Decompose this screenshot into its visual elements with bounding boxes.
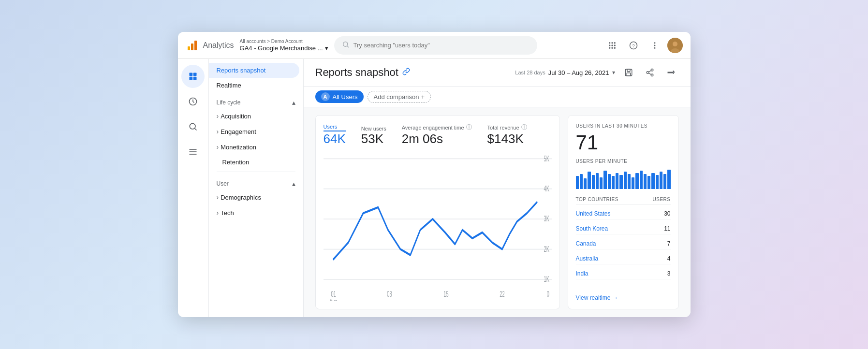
line-chart: 5K 4K 3K 2K 1K 0 01 Aug 08 15 22 (324, 150, 552, 301)
svg-point-16 (654, 42, 655, 44)
acquisition-expand-icon: › (217, 112, 219, 120)
mini-bar-item (635, 173, 638, 189)
sidebar-item-acquisition[interactable]: › Acquisition (209, 108, 303, 124)
sidebar: Reports snapshot Realtime Life cycle ▴ ›… (209, 59, 304, 317)
users-per-minute-label: USERS PER MINUTE (576, 159, 671, 164)
svg-rect-0 (188, 46, 190, 50)
mini-bar-item (619, 175, 622, 189)
svg-text:3K: 3K (544, 215, 549, 223)
logo-area: Analytics (186, 39, 234, 52)
analytics-logo (186, 39, 199, 52)
sidebar-item-engagement[interactable]: › Engagement (209, 124, 303, 139)
mini-bar-chart (576, 170, 671, 189)
all-users-chip[interactable]: A All Users (315, 90, 364, 103)
sidebar-item-monetization[interactable]: › Monetization (209, 139, 303, 155)
top-bar-actions: ? (603, 37, 683, 54)
sidebar-item-tech[interactable]: › Tech (209, 205, 303, 220)
chevron-down-icon: ▾ (325, 44, 328, 52)
main-layout: Reports snapshot Realtime Life cycle ▴ ›… (178, 59, 691, 317)
engagement-info-icon[interactable]: ⓘ (466, 123, 472, 131)
tech-expand-icon: › (217, 209, 219, 217)
sidebar-section-lifecycle[interactable]: Life cycle ▴ (209, 93, 303, 108)
svg-rect-33 (627, 69, 630, 72)
svg-point-18 (654, 47, 655, 48)
metric-users: Users 64K (324, 124, 346, 146)
svg-rect-11 (609, 47, 610, 48)
country-south-korea[interactable]: South Korea (576, 225, 608, 232)
metric-new-users-label: New users (361, 126, 386, 131)
account-selector[interactable]: All accounts > Demo Account GA4 - Google… (240, 39, 328, 52)
sidebar-item-retention[interactable]: Retention (209, 155, 299, 170)
country-row: South Korea 11 (576, 223, 671, 234)
svg-rect-34 (627, 73, 631, 76)
mini-bar-item (596, 173, 599, 189)
svg-point-36 (647, 72, 649, 74)
country-south-korea-users: 11 (664, 225, 670, 232)
mini-bar-item (660, 172, 662, 189)
svg-rect-23 (193, 73, 197, 76)
monetization-expand-icon: › (217, 143, 219, 151)
svg-rect-5 (609, 42, 610, 44)
svg-point-20 (673, 42, 677, 46)
metric-new-users-value: 53K (361, 131, 386, 146)
share-button[interactable] (642, 65, 658, 80)
all-users-label: All Users (333, 93, 358, 101)
revenue-info-icon[interactable]: ⓘ (521, 123, 527, 131)
nav-search2-button[interactable] (181, 115, 205, 138)
svg-rect-9 (611, 44, 613, 46)
chart-card: Users 64K New users 53K Average engageme… (315, 115, 560, 309)
account-name: GA4 - Google Merchandise ... ▾ (240, 44, 328, 52)
link-icon[interactable] (402, 68, 410, 77)
nav-realtime-button[interactable] (181, 90, 205, 113)
realtime-user-count: 71 (576, 132, 671, 153)
svg-rect-6 (611, 42, 613, 44)
svg-line-39 (648, 71, 651, 72)
sidebar-item-realtime[interactable]: Realtime (209, 78, 299, 93)
country-australia[interactable]: Australia (576, 255, 599, 262)
main-content: Reports snapshot Last 28 days Jul 30 – A… (304, 59, 691, 317)
search-icon (342, 41, 350, 50)
more-options-button[interactable] (646, 37, 663, 54)
add-comparison-button[interactable]: Add comparison + (368, 91, 431, 103)
mini-bar-item (612, 176, 615, 189)
svg-text:15: 15 (443, 290, 448, 299)
country-united-states[interactable]: United States (576, 210, 611, 217)
svg-text:22: 22 (500, 290, 504, 299)
mini-bar-item (588, 172, 590, 189)
header-actions: Last 28 days Jul 30 – Aug 26, 2021 ▾ (515, 65, 678, 80)
help-icon-button[interactable]: ? (625, 37, 642, 54)
top-countries-label: TOP COUNTRIES (576, 197, 618, 202)
svg-text:0: 0 (546, 290, 549, 299)
content-body: Users 64K New users 53K Average engageme… (304, 107, 691, 317)
date-range-chevron-icon: ▾ (612, 69, 615, 76)
country-india[interactable]: India (576, 270, 588, 277)
mini-bar-item (603, 171, 606, 189)
mini-bar-item (644, 174, 647, 189)
country-canada[interactable]: Canada (576, 240, 596, 247)
view-realtime-link[interactable]: View realtime → (576, 291, 671, 301)
country-australia-users: 4 (667, 255, 671, 262)
view-realtime-arrow-icon: → (612, 294, 618, 301)
svg-text:08: 08 (387, 290, 392, 299)
metric-engagement: Average engagement time ⓘ 2m 06s (402, 123, 472, 146)
date-range-selector[interactable]: Last 28 days Jul 30 – Aug 26, 2021 ▾ (515, 69, 615, 76)
icon-nav (178, 59, 209, 317)
chart-area: 5K 4K 3K 2K 1K 0 01 Aug 08 15 22 (324, 150, 552, 301)
search-input[interactable] (353, 42, 530, 49)
lifecycle-expand-icon: ▴ (292, 99, 295, 106)
avatar[interactable] (667, 38, 683, 53)
add-icon: + (421, 93, 425, 101)
apps-icon-button[interactable] (603, 37, 621, 54)
nav-home-button[interactable] (181, 65, 205, 88)
nav-list-button[interactable] (181, 140, 205, 163)
mini-bar-item (616, 173, 618, 189)
save-report-button[interactable] (621, 65, 636, 80)
svg-rect-1 (191, 44, 193, 50)
sidebar-section-user[interactable]: User ▴ (209, 174, 303, 189)
sidebar-item-reports-snapshot[interactable]: Reports snapshot (209, 63, 299, 78)
search-bar[interactable] (334, 36, 537, 55)
sidebar-divider (217, 172, 295, 172)
compare-button[interactable] (663, 65, 679, 80)
svg-line-38 (648, 73, 651, 74)
sidebar-item-demographics[interactable]: › Demographics (209, 189, 303, 205)
